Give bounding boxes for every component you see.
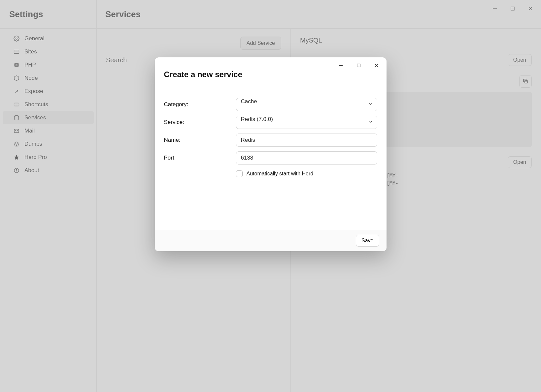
save-button[interactable]: Save — [356, 235, 379, 247]
modal-title: Create a new service — [164, 70, 377, 79]
modal-minimize-button[interactable] — [336, 61, 346, 70]
create-service-modal: Create a new service Category: Cache Ser… — [155, 57, 387, 251]
category-row: Category: Cache — [164, 98, 377, 111]
autostart-row: Automatically start with Herd — [164, 170, 377, 177]
svg-rect-23 — [357, 64, 360, 67]
category-label: Category: — [164, 101, 236, 108]
autostart-checkbox[interactable] — [236, 170, 243, 177]
category-select[interactable]: Cache — [236, 98, 377, 111]
modal-close-button[interactable] — [372, 61, 381, 70]
category-value: Cache — [241, 98, 257, 105]
autostart-label: Automatically start with Herd — [247, 171, 314, 177]
service-value: Redis (7.0.0) — [241, 116, 273, 122]
name-row: Name: — [164, 134, 377, 147]
modal-overlay: Create a new service Category: Cache Ser… — [0, 0, 541, 392]
port-label: Port: — [164, 155, 236, 161]
service-label: Service: — [164, 119, 236, 126]
modal-header: Create a new service — [155, 70, 387, 86]
modal-maximize-button[interactable] — [354, 61, 363, 70]
service-row: Service: Redis (7.0.0) — [164, 116, 377, 129]
modal-footer: Save — [155, 230, 387, 251]
service-select[interactable]: Redis (7.0.0) — [236, 116, 377, 129]
port-input[interactable] — [236, 151, 377, 165]
name-label: Name: — [164, 137, 236, 143]
modal-body: Category: Cache Service: Redis (7.0.0) — [155, 86, 387, 230]
port-row: Port: — [164, 151, 377, 165]
name-input[interactable] — [236, 134, 377, 147]
modal-window-controls — [155, 57, 387, 70]
